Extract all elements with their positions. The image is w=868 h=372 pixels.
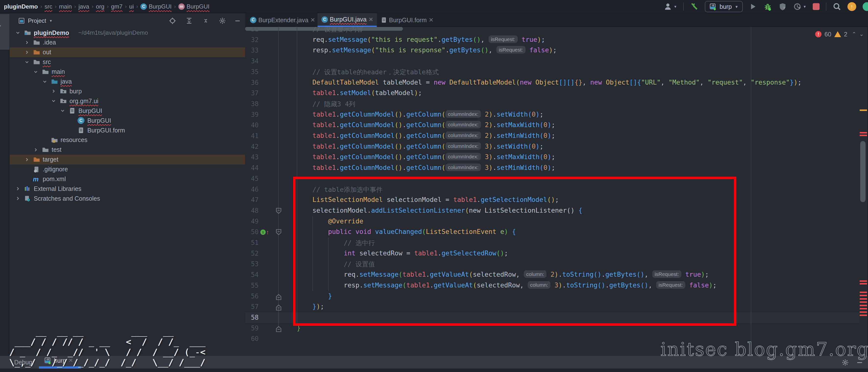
- run-button[interactable]: [749, 3, 757, 10]
- error-stripe-mark: [860, 283, 867, 284]
- line-number: 57: [245, 303, 258, 310]
- project-stripe-button[interactable]: [0, 14, 9, 49]
- tree-row-resources[interactable]: resources: [10, 135, 245, 145]
- line-number: 39: [245, 111, 258, 118]
- tree-row--gitignore[interactable]: .gitignore: [10, 165, 245, 174]
- tree-row-java[interactable]: java: [10, 77, 245, 87]
- tab-burpgui-java[interactable]: CBurpGUI.java✕: [317, 13, 377, 27]
- prev-problem-icon[interactable]: ⌃: [852, 31, 856, 37]
- tab-close-icon[interactable]: ✕: [310, 16, 315, 24]
- folder-icon: [42, 68, 49, 75]
- settings-gear-icon[interactable]: [219, 17, 226, 25]
- tree-row-src[interactable]: src: [10, 57, 245, 67]
- chevron-right-icon[interactable]: [51, 89, 57, 94]
- tree-item-label: .idea: [43, 39, 56, 46]
- tree-row-burpgui[interactable]: BurpGUI: [10, 106, 245, 115]
- chevron-down-icon[interactable]: [33, 69, 39, 74]
- locate-icon[interactable]: [169, 17, 176, 25]
- tree-row--idea[interactable]: .idea: [10, 38, 245, 47]
- tab-burpgui-form[interactable]: BurpGUI.form✕: [377, 13, 438, 27]
- tree-row-test[interactable]: test: [10, 145, 245, 155]
- chevron-right-icon[interactable]: [24, 49, 30, 55]
- tree-row-org-gm7-ui[interactable]: org.gm7.ui: [10, 96, 245, 106]
- tree-item-label: External Libraries: [34, 185, 82, 192]
- class-icon: C: [250, 17, 256, 23]
- update-icon[interactable]: ↑: [847, 2, 856, 11]
- tab-burpextender-java[interactable]: CBurpExtender.java✕: [246, 13, 317, 27]
- breadcrumb-item[interactable]: org: [96, 3, 104, 10]
- param-hint-chip: isRequest:: [496, 46, 526, 54]
- package-icon: [60, 98, 66, 104]
- tree-row-burpgui[interactable]: CBurpGUI: [10, 115, 245, 125]
- breadcrumb-method[interactable]: mBurpGUI: [178, 3, 209, 10]
- fold-end-icon[interactable]: [276, 304, 282, 311]
- chevron-down-icon[interactable]: [60, 108, 66, 113]
- chevron-down-icon[interactable]: [15, 30, 21, 35]
- chevron-right-icon[interactable]: [33, 147, 39, 153]
- chevron-down-icon[interactable]: [24, 59, 30, 65]
- code-line-42: table1.getColumnModel().getColumn(column…: [312, 142, 544, 150]
- tree-item-label: target: [43, 156, 59, 163]
- breadcrumb-item[interactable]: gm7: [111, 3, 123, 10]
- debug-button[interactable]: [763, 2, 772, 11]
- debug-minimize-icon[interactable]: [857, 362, 862, 363]
- rerun-icon[interactable]: ▼: [793, 2, 806, 11]
- chevron-right-icon[interactable]: [15, 186, 21, 191]
- folder-icon: [33, 39, 40, 46]
- line-number: 60: [245, 335, 258, 342]
- code-with-me-icon[interactable]: [863, 2, 866, 11]
- tree-row-out[interactable]: out: [10, 47, 245, 57]
- search-everywhere-icon[interactable]: [833, 2, 841, 11]
- fold-end-icon[interactable]: [276, 325, 282, 332]
- vertical-scrollbar[interactable]: [860, 141, 866, 202]
- param-hint-chip: columnIndex:: [445, 110, 481, 118]
- breadcrumb-item[interactable]: main: [59, 3, 72, 10]
- status-bar: [0, 369, 868, 372]
- class-icon: C: [321, 16, 328, 23]
- breadcrumb-project[interactable]: pluginDemo: [4, 3, 38, 10]
- tree-row-pom-xml[interactable]: mpom.xml: [10, 174, 245, 184]
- tree-item-label: burp: [69, 88, 82, 95]
- tree-row-target[interactable]: target: [10, 155, 245, 165]
- user-icon[interactable]: ▼: [664, 2, 677, 11]
- chevron-down-icon[interactable]: [42, 79, 48, 84]
- tree-row-plugindemo[interactable]: pluginDemo~/d4m1ts/java/pluginDemo: [10, 28, 245, 38]
- fold-end-icon[interactable]: [276, 293, 282, 300]
- profiler-icon[interactable]: [778, 2, 787, 11]
- error-stripe-mark: [860, 305, 867, 306]
- build-hammer-icon[interactable]: [690, 2, 699, 11]
- inspections-widget[interactable]: !602⌃⌄: [815, 30, 864, 39]
- run-config-selector[interactable]: burp▼: [705, 1, 743, 12]
- tree-row-scratches-and-consoles[interactable]: Scratches and Consoles: [10, 194, 245, 203]
- tab-close-icon[interactable]: ✕: [429, 16, 434, 24]
- stop-button[interactable]: [813, 3, 819, 10]
- chevron-right-icon[interactable]: [24, 157, 30, 162]
- next-problem-icon[interactable]: ⌄: [859, 31, 864, 37]
- breadcrumb-separator: ›: [104, 3, 111, 10]
- folder-resources-icon: [51, 137, 58, 143]
- fold-collapse-icon[interactable]: [276, 229, 282, 236]
- line-number: 40: [245, 122, 258, 129]
- chevron-down-icon[interactable]: [51, 98, 57, 104]
- tab-close-icon[interactable]: ✕: [368, 16, 373, 23]
- breadcrumb-item[interactable]: java: [79, 3, 89, 10]
- breadcrumb-class[interactable]: CBurpGUI: [141, 3, 172, 10]
- chevron-right-icon[interactable]: [15, 196, 21, 201]
- breadcrumb-item[interactable]: src: [44, 3, 52, 10]
- tree-row-burp[interactable]: burp: [10, 86, 245, 96]
- expand-all-icon[interactable]: [185, 17, 193, 25]
- tree-row-main[interactable]: main: [10, 67, 245, 77]
- line-number: 38: [245, 100, 258, 107]
- breadcrumb-item[interactable]: ui: [129, 3, 134, 10]
- tree-row-burpgui-form[interactable]: BurpGUI.form: [10, 125, 245, 135]
- implements-marker-icon[interactable]: I↑: [260, 229, 269, 236]
- chevron-right-icon[interactable]: [24, 40, 30, 45]
- hide-panel-icon[interactable]: [235, 21, 240, 21]
- project-view-selector[interactable]: Project▼: [18, 18, 53, 24]
- collapse-all-icon[interactable]: [202, 17, 209, 25]
- code-line-36: DefaultTableModel tableModel = new Defau…: [312, 78, 802, 86]
- fold-collapse-icon[interactable]: [276, 207, 282, 215]
- tree-row-external-libraries[interactable]: External Libraries: [10, 184, 245, 194]
- tab-label: BurpGUI.java: [330, 16, 367, 23]
- debug-bar-icons[interactable]: [842, 359, 862, 366]
